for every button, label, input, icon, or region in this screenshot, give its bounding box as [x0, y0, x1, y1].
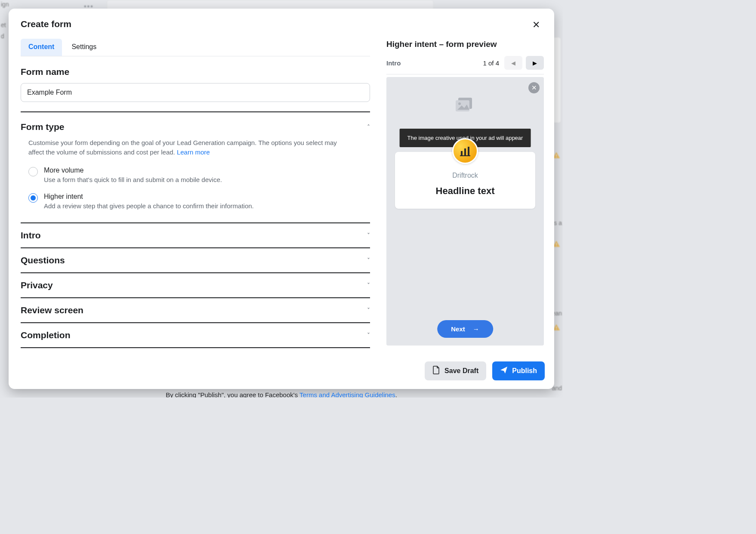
preview-next-button[interactable]: ▶ — [526, 56, 544, 70]
svg-rect-11 — [468, 147, 469, 155]
publish-button[interactable]: Publish — [492, 361, 545, 380]
tabs: Content Settings — [21, 29, 370, 56]
modal-header: Create form ✕ — [9, 9, 554, 29]
radio-subtitle: Add a review step that gives people a ch… — [44, 202, 254, 210]
form-type-header[interactable]: Form type ˄ — [21, 122, 370, 132]
accordion-title: Completion — [21, 330, 71, 340]
accordion-title: Review screen — [21, 305, 83, 315]
image-placeholder-icon — [456, 98, 475, 115]
chevron-down-icon: ˅ — [367, 332, 370, 339]
bg-text: s a — [554, 219, 562, 226]
preview-step-count: 1 of 4 — [483, 59, 499, 67]
svg-rect-2 — [556, 243, 557, 245]
close-icon: ✕ — [532, 19, 540, 31]
preview-step-bar: Intro 1 of 4 ◀ ▶ — [386, 56, 544, 74]
modal-title: Create form — [21, 19, 542, 29]
create-form-modal: Create form ✕ Content Settings Form name… — [9, 9, 554, 389]
svg-rect-4 — [556, 327, 557, 329]
chevron-down-icon: ˅ — [367, 257, 370, 264]
accordion-title: Privacy — [21, 280, 53, 290]
close-icon: ✕ — [531, 84, 537, 92]
preview-headline: Headline text — [400, 185, 530, 197]
svg-rect-0 — [556, 154, 557, 157]
save-draft-button[interactable]: Save Draft — [425, 361, 486, 380]
preview-next-pill[interactable]: Next → — [437, 320, 493, 338]
form-editor-pane: Content Settings Form name Form type ˄ C… — [9, 29, 382, 359]
radio-higher-intent[interactable]: Higher intent Add a review step that giv… — [28, 193, 370, 210]
preview-step-label: Intro — [386, 59, 401, 67]
chevron-down-icon: ˅ — [367, 232, 370, 239]
bg-text: d — [1, 33, 4, 40]
radio-title: Higher intent — [44, 193, 254, 201]
radio-subtitle: Use a form that's quick to fill in and s… — [44, 176, 222, 183]
terms-link[interactable]: Terms and Advertising Guidelines — [299, 391, 395, 398]
svg-rect-5 — [556, 329, 557, 330]
svg-point-8 — [458, 102, 461, 105]
accordion-privacy[interactable]: Privacy ˅ — [21, 272, 370, 297]
paper-plane-icon — [500, 366, 508, 376]
preview-pane: Higher intent – form preview Intro 1 of … — [382, 29, 554, 359]
accordion-review-screen[interactable]: Review screen ˅ — [21, 297, 370, 322]
accordion-completion[interactable]: Completion ˅ — [21, 322, 370, 348]
bg-text: et — [1, 22, 6, 28]
accordion-intro[interactable]: Intro ˅ — [21, 222, 370, 247]
arrow-right-icon: → — [473, 325, 479, 333]
tab-settings[interactable]: Settings — [64, 39, 104, 56]
preview-prev-button[interactable]: ◀ — [504, 56, 522, 70]
disclaimer-text: . — [395, 391, 397, 398]
chevron-down-icon: ˅ — [367, 307, 370, 314]
radio-icon-selected — [28, 193, 38, 203]
form-type-description: Customise your form depending on the goa… — [28, 138, 347, 157]
close-button[interactable]: ✕ — [529, 18, 543, 32]
publish-disclaimer: By clicking "Publish", you agree to Face… — [0, 391, 563, 398]
bg-text: ign — [1, 1, 9, 8]
learn-more-link[interactable]: Learn more — [177, 148, 210, 156]
save-draft-label: Save Draft — [444, 367, 478, 375]
preview-close-button[interactable]: ✕ — [528, 82, 540, 93]
modal-footer: Save Draft Publish — [9, 359, 554, 389]
svg-rect-1 — [556, 157, 557, 158]
caret-left-icon: ◀ — [511, 60, 515, 66]
preview-card: Driftrock Headline text — [395, 152, 535, 209]
brand-logo-icon — [459, 145, 471, 157]
brand-avatar — [452, 138, 478, 164]
chevron-down-icon: ˅ — [367, 282, 370, 289]
preview-brand-name: Driftrock — [400, 172, 530, 179]
next-label: Next — [451, 325, 465, 333]
publish-label: Publish — [512, 367, 537, 375]
radio-more-volume[interactable]: More volume Use a form that's quick to f… — [28, 167, 370, 183]
svg-rect-9 — [461, 151, 463, 155]
accordion-title: Intro — [21, 230, 41, 241]
disclaimer-text: By clicking "Publish", you agree to Face… — [166, 391, 299, 398]
accordion-title: Questions — [21, 255, 65, 265]
svg-rect-12 — [460, 155, 470, 156]
form-name-label: Form name — [21, 67, 370, 77]
form-name-input[interactable] — [21, 83, 370, 102]
divider — [21, 111, 370, 112]
tab-content[interactable]: Content — [21, 39, 62, 56]
svg-rect-10 — [464, 148, 466, 155]
accordion-questions[interactable]: Questions ˅ — [21, 247, 370, 272]
radio-icon — [28, 167, 38, 176]
preview-title: Higher intent – form preview — [386, 40, 544, 49]
svg-rect-3 — [556, 246, 557, 247]
form-type-label: Form type — [21, 122, 65, 132]
radio-title: More volume — [44, 167, 222, 174]
file-icon — [432, 366, 440, 376]
caret-right-icon: ▶ — [533, 60, 537, 66]
chevron-up-icon: ˄ — [367, 123, 370, 130]
preview-canvas: ✕ The image creative used in your ad wil… — [386, 77, 544, 346]
